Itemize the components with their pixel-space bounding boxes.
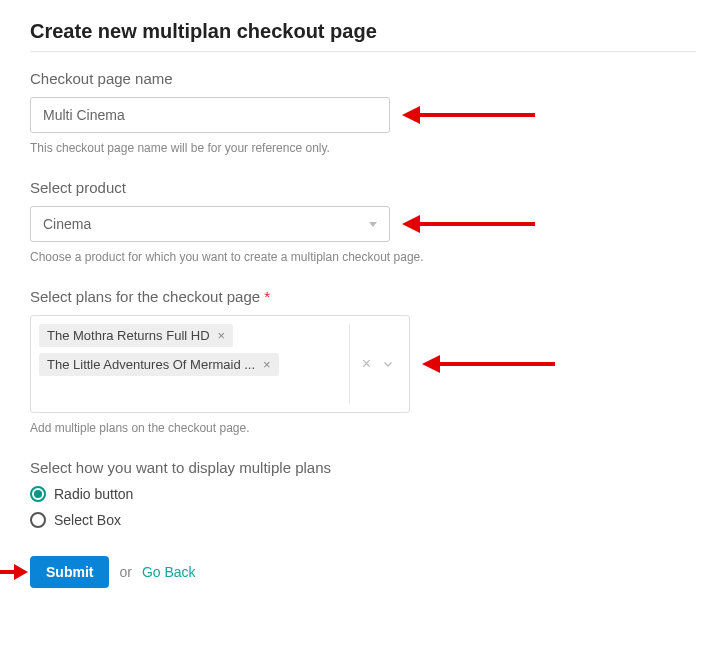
field-select-product: Select product Cinema Choose a product f… bbox=[30, 179, 696, 264]
page-title: Create new multiplan checkout page bbox=[30, 20, 696, 43]
chip[interactable]: The Little Adventures Of Mermaid ... × bbox=[39, 353, 279, 376]
field-select-plans: Select plans for the checkout page * The… bbox=[30, 288, 696, 435]
radio-option-radio-button[interactable]: Radio button bbox=[30, 486, 696, 502]
label-display-mode: Select how you want to display multiple … bbox=[30, 459, 696, 476]
label-select-product: Select product bbox=[30, 179, 696, 196]
plans-multiselect[interactable]: The Mothra Returns Full HD × The Little … bbox=[30, 315, 410, 413]
or-text: or bbox=[119, 564, 131, 580]
radio-icon bbox=[30, 512, 46, 528]
submit-button[interactable]: Submit bbox=[30, 556, 109, 588]
label-select-plans: Select plans for the checkout page * bbox=[30, 288, 696, 305]
helper-checkout-name: This checkout page name will be for your… bbox=[30, 141, 696, 155]
field-checkout-name: Checkout page name This checkout page na… bbox=[30, 70, 696, 155]
field-display-mode: Select how you want to display multiple … bbox=[30, 459, 696, 528]
divider bbox=[30, 51, 696, 52]
helper-select-product: Choose a product for which you want to c… bbox=[30, 250, 696, 264]
radio-icon bbox=[30, 486, 46, 502]
radio-label: Select Box bbox=[54, 512, 121, 528]
arrow-icon bbox=[402, 106, 535, 124]
clear-all-icon[interactable]: × bbox=[362, 355, 371, 373]
close-icon[interactable]: × bbox=[218, 328, 226, 343]
arrow-icon bbox=[0, 564, 28, 580]
label-select-plans-text: Select plans for the checkout page bbox=[30, 288, 260, 305]
chip-label: The Mothra Returns Full HD bbox=[47, 328, 210, 343]
caret-down-icon bbox=[369, 222, 377, 227]
chip-label: The Little Adventures Of Mermaid ... bbox=[47, 357, 255, 372]
chips-area: The Mothra Returns Full HD × The Little … bbox=[39, 324, 349, 404]
checkout-name-input[interactable] bbox=[30, 97, 390, 133]
helper-select-plans: Add multiple plans on the checkout page. bbox=[30, 421, 696, 435]
label-checkout-name: Checkout page name bbox=[30, 70, 696, 87]
arrow-icon bbox=[402, 215, 535, 233]
close-icon[interactable]: × bbox=[263, 357, 271, 372]
go-back-link[interactable]: Go Back bbox=[142, 564, 196, 580]
required-mark: * bbox=[264, 288, 270, 305]
chevron-down-icon[interactable] bbox=[381, 357, 395, 371]
radio-label: Radio button bbox=[54, 486, 133, 502]
arrow-icon bbox=[422, 355, 555, 373]
chip[interactable]: The Mothra Returns Full HD × bbox=[39, 324, 233, 347]
radio-option-select-box[interactable]: Select Box bbox=[30, 512, 696, 528]
product-select-value: Cinema bbox=[43, 216, 91, 232]
product-select[interactable]: Cinema bbox=[30, 206, 390, 242]
